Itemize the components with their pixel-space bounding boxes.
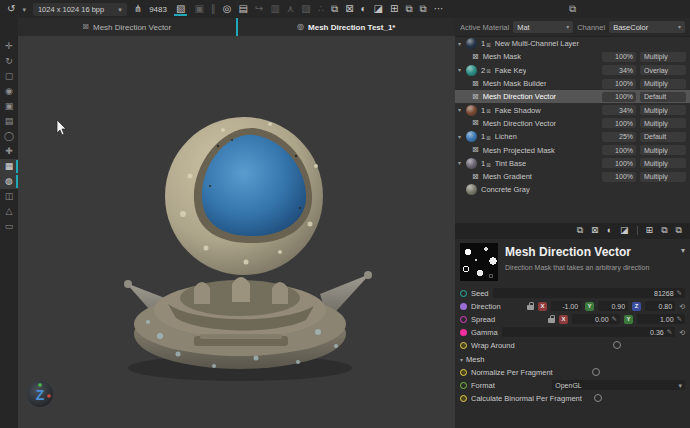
opacity-field[interactable]: 34% xyxy=(602,65,636,75)
edit-icon[interactable]: ✎ xyxy=(677,316,682,323)
opacity-field[interactable]: 100% xyxy=(602,118,636,128)
tool-material-view[interactable]: ◍ xyxy=(0,174,18,189)
blend-mode-dropdown[interactable]: Multiply xyxy=(640,118,686,128)
layer-row-mesh-mask[interactable]: ⊠ Mesh Mask 100% Multiply xyxy=(455,50,690,63)
opacity-field[interactable]: 100% xyxy=(602,79,636,89)
add-layer-icon[interactable]: ⧉ xyxy=(661,226,667,235)
opacity-field[interactable]: 100% xyxy=(602,145,636,155)
wrap-around-toggle[interactable] xyxy=(613,341,621,349)
random-seed-icon[interactable]: ⋔ xyxy=(134,4,142,14)
tool-add[interactable]: ✚ xyxy=(0,144,18,159)
opacity-field[interactable]: 100% xyxy=(602,52,636,62)
blend-mode-dropdown[interactable]: Multiply xyxy=(640,79,686,89)
export-icon[interactable]: ◎ xyxy=(223,4,232,14)
viewport-3d[interactable]: Z xyxy=(18,36,455,428)
blend-mode-dropdown[interactable]: Multiply xyxy=(640,145,686,155)
duplicate-layer-icon[interactable]: ⧉ xyxy=(420,4,427,14)
tool-clipboard[interactable]: ▤ xyxy=(0,114,18,129)
add-layer-icon[interactable]: ⧉ xyxy=(405,4,412,14)
layer-row-lichen[interactable]: ▾ 1 ⊠ Lichen 25% Default xyxy=(455,130,690,143)
lock-icon[interactable] xyxy=(548,318,555,323)
contrast-icon[interactable]: ◐ xyxy=(607,226,612,235)
collapse-chevron-icon[interactable]: ▾ xyxy=(681,243,685,281)
hierarchy-icon[interactable]: ⋏ xyxy=(287,4,294,14)
layer-row-new-multi-channel[interactable]: ▾ 1 ⊠ New Multi-Channel Layer xyxy=(455,37,690,50)
opacity-field[interactable]: 34% xyxy=(602,105,636,115)
caret-down-icon[interactable]: ▾ xyxy=(458,160,466,166)
format-dropdown[interactable]: OpenGL ▾ xyxy=(552,380,685,390)
spread-x-input[interactable]: 0.00 ✎ xyxy=(572,314,620,324)
crop-icon[interactable]: ⧉ xyxy=(331,4,338,14)
tool-camera[interactable]: ◫ xyxy=(0,189,18,204)
tab-mesh-direction-test[interactable]: ◎ Mesh Direction Test_1* xyxy=(238,18,456,36)
blend-mode-dropdown[interactable]: Overlay xyxy=(640,65,686,75)
image-bookmark-icon[interactable]: ◪ xyxy=(620,226,629,235)
tool-cone[interactable]: △ xyxy=(0,204,18,219)
view-3d-icon[interactable]: ▧ xyxy=(174,3,187,16)
layer-row-mesh-mask-builder[interactable]: ⊠ Mesh Mask Builder 100% Multiply xyxy=(455,77,690,90)
blend-mode-dropdown[interactable]: Default xyxy=(640,92,686,102)
direction-y-input[interactable]: 0.90 xyxy=(598,301,628,311)
contrast-icon[interactable]: ◐ xyxy=(361,4,367,14)
layers-panel-icon[interactable]: ⧉ xyxy=(569,4,576,14)
layer-row-mesh-direction-vector-selected[interactable]: ⊠ Mesh Direction Vector 100% Default xyxy=(455,90,690,103)
edit-icon[interactable]: ✎ xyxy=(667,329,672,336)
layer-row-tint-base[interactable]: ▾ 1 ⊠ Tint Base 100% Multiply xyxy=(455,157,690,170)
direction-z-input[interactable]: 0.80 xyxy=(645,301,675,311)
save-as-icon[interactable]: ▥ xyxy=(270,4,279,14)
binormal-toggle[interactable] xyxy=(594,394,602,402)
opacity-field[interactable]: 100% xyxy=(602,158,636,168)
layer-row-concrete-gray[interactable]: Concrete Gray xyxy=(455,183,690,196)
mesh-section-header[interactable]: ▾ Mesh xyxy=(460,354,685,366)
undo-chevron-icon[interactable]: ▾ xyxy=(22,6,26,13)
crop-icon[interactable]: ⧉ xyxy=(577,226,583,235)
tool-move[interactable]: ✛ xyxy=(0,39,18,54)
image-icon[interactable]: ▨ xyxy=(301,4,310,14)
nodes-icon[interactable]: ∴ xyxy=(318,4,324,14)
reset-icon[interactable]: ⟲ xyxy=(679,303,685,310)
material-dropdown[interactable]: Mat ▾ xyxy=(513,21,573,33)
caret-down-icon[interactable]: ▾ xyxy=(458,41,466,47)
duplicate-layer-icon[interactable]: ⧉ xyxy=(676,226,682,235)
edit-icon[interactable]: ✎ xyxy=(677,290,682,297)
layer-row-mesh-direction-vector-2[interactable]: ⊠ Mesh Direction Vector 100% Multiply xyxy=(455,117,690,130)
resolution-dropdown[interactable]: 1024 x 1024 16 bpp ▾ xyxy=(33,3,127,16)
blend-mode-dropdown[interactable]: Multiply xyxy=(640,172,686,182)
redo-icon[interactable]: ↪ xyxy=(255,4,263,14)
gamma-slider[interactable]: 0.36 ✎ xyxy=(502,327,675,337)
split-view-icon[interactable]: ∥ xyxy=(211,4,216,14)
tab-mesh-direction-vector[interactable]: ⊠ Mesh Direction Vector xyxy=(18,18,236,36)
opacity-field[interactable]: 100% xyxy=(602,92,636,102)
lock-icon[interactable] xyxy=(527,305,534,310)
caret-down-icon[interactable]: ▾ xyxy=(458,107,466,113)
view-2d-icon[interactable]: ▣ xyxy=(194,4,203,14)
layer-row-mesh-gradient[interactable]: ⊠ Mesh Gradient 100% Multiply xyxy=(455,170,690,183)
blend-mode-dropdown[interactable]: Multiply xyxy=(640,52,686,62)
layer-row-mesh-projected-mask[interactable]: ⊠ Mesh Projected Mask 100% Multiply xyxy=(455,143,690,156)
add-folder-icon[interactable]: ⊞ xyxy=(390,4,398,14)
tool-grid-view[interactable]: ▦ xyxy=(0,159,18,174)
tool-frame[interactable]: ▢ xyxy=(0,69,18,84)
spread-y-input[interactable]: 1.00 ✎ xyxy=(637,314,685,324)
tool-rotate[interactable]: ↻ xyxy=(0,54,18,69)
edit-icon[interactable]: ✎ xyxy=(612,316,617,323)
save-icon[interactable]: ▤ xyxy=(239,4,248,14)
opacity-field[interactable]: 25% xyxy=(602,132,636,142)
seed-input[interactable]: 81268 ✎ xyxy=(493,288,685,298)
blend-mode-dropdown[interactable]: Multiply xyxy=(640,158,686,168)
caret-down-icon[interactable]: ▾ xyxy=(458,134,466,140)
layer-row-fake-shadow[interactable]: ▾ 1 ⊠ Fake Shadow 34% Multiply xyxy=(455,103,690,116)
channel-dropdown[interactable]: BaseColor ▾ xyxy=(609,21,685,33)
blend-mode-dropdown[interactable]: Multiply xyxy=(640,105,686,115)
undo-icon[interactable]: ↺ xyxy=(7,4,15,14)
mask-icon[interactable]: ⊠ xyxy=(591,226,599,235)
reset-icon[interactable]: ⟲ xyxy=(679,329,685,336)
mask-icon[interactable]: ⊠ xyxy=(345,4,353,14)
tool-display[interactable]: ▭ xyxy=(0,219,18,234)
tool-circle-select[interactable]: ◯ xyxy=(0,129,18,144)
layer-row-fake-key[interactable]: ▾ 2 ⊠ Fake Key 34% Overlay xyxy=(455,64,690,77)
caret-down-icon[interactable]: ▾ xyxy=(458,67,466,73)
image-bookmark-icon[interactable]: ◪ xyxy=(374,4,383,14)
direction-x-input[interactable]: -1.00 xyxy=(551,301,581,311)
tool-capture[interactable]: ▣ xyxy=(0,99,18,114)
